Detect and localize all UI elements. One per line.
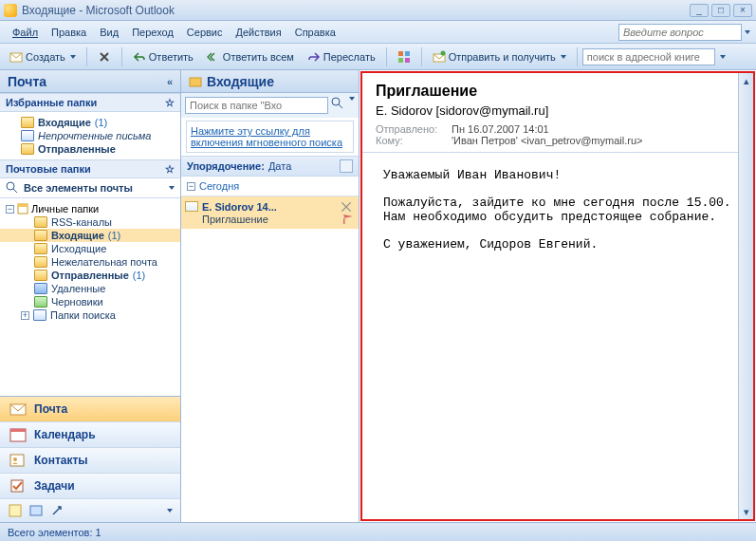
svg-rect-2: [405, 51, 410, 56]
favorites-list: Входящие (1) Непрочтенные письма Отправл…: [0, 112, 180, 159]
svg-rect-19: [30, 506, 42, 515]
shortcuts-icon[interactable]: [49, 503, 65, 518]
reading-pane: Приглашение E. Sidorov [sidorov@mymail.r…: [360, 71, 755, 521]
calendar-icon: [9, 427, 27, 442]
close-button[interactable]: ×: [733, 4, 752, 17]
address-book-search[interactable]: [582, 48, 715, 65]
send-receive-icon: [433, 50, 446, 64]
tree-root-personal[interactable]: − Личные папки: [0, 202, 180, 215]
menu-file[interactable]: Файл: [6, 24, 45, 41]
new-button[interactable]: Создать: [4, 47, 82, 66]
read-from: E. Sidorov [sidorov@mymail.ru]: [376, 103, 740, 118]
read-subject: Приглашение: [376, 83, 740, 100]
fav-sent[interactable]: Отправленные: [0, 142, 180, 156]
menu-actions[interactable]: Действия: [230, 24, 288, 41]
tree-inbox[interactable]: Входящие (1): [0, 229, 180, 242]
body-paragraph: Пожалуйста, зайдите ко мне сегодня после…: [383, 196, 736, 224]
mail-folders-header[interactable]: Почтовые папки ☆: [0, 159, 180, 178]
all-mail-items[interactable]: Все элементы почты: [0, 178, 180, 198]
all-items-icon: [6, 181, 19, 195]
collapse-icon[interactable]: −: [6, 205, 14, 214]
reading-body[interactable]: Уважаемый Иван Иванович! Пожалуйста, зай…: [362, 153, 753, 519]
svg-rect-9: [18, 204, 28, 207]
reply-button[interactable]: Ответить: [127, 47, 199, 66]
arrange-by-row[interactable]: Упорядочение: Дата: [181, 156, 359, 177]
tree-junk[interactable]: Нежелательная почта: [0, 255, 180, 269]
svg-point-16: [13, 457, 17, 461]
flag-icon[interactable]: [343, 215, 353, 224]
nav-mail-button[interactable]: Почта: [0, 397, 180, 422]
search-caret-icon[interactable]: [349, 97, 355, 101]
envelope-icon: [185, 201, 198, 212]
favorites-header[interactable]: Избранные папки ☆: [0, 93, 180, 112]
tree-deleted[interactable]: Удаленные: [0, 282, 180, 295]
folder-list-icon[interactable]: [28, 503, 44, 518]
menu-go[interactable]: Переход: [125, 24, 180, 41]
main-area: Почта « Избранные папки ☆ Входящие (1) Н…: [0, 70, 756, 522]
folder-icon: [34, 270, 47, 281]
forward-label: Переслать: [323, 51, 376, 63]
svg-rect-18: [9, 505, 21, 516]
sort-toggle-button[interactable]: [340, 159, 353, 173]
body-paragraph: Уважаемый Иван Иванович!: [383, 168, 736, 182]
group-today[interactable]: − Сегодня: [181, 177, 359, 196]
delete-button[interactable]: [92, 47, 117, 66]
send-receive-button[interactable]: Отправить и получить: [427, 47, 572, 66]
new-mail-icon: [9, 50, 23, 64]
categorize-button[interactable]: [392, 47, 416, 66]
message-subject: Приглашение: [202, 214, 268, 225]
scroll-up-icon[interactable]: ▴: [739, 73, 753, 88]
reading-header: Приглашение E. Sidorov [sidorov@mymail.r…: [362, 73, 753, 153]
delete-msg-icon[interactable]: [340, 200, 353, 214]
configure-caret-icon[interactable]: [167, 509, 173, 513]
expand-icon[interactable]: +: [21, 311, 29, 320]
collapse-nav-icon[interactable]: «: [167, 76, 173, 87]
instant-search-hint[interactable]: Нажмите эту ссылку для включения мгновен…: [186, 121, 354, 153]
tree-search-folders[interactable]: + Папки поиска: [0, 308, 180, 322]
tree-outbox[interactable]: Исходящие: [0, 242, 180, 255]
menu-edit[interactable]: Правка: [45, 24, 93, 41]
nav-contacts-button[interactable]: Контакты: [0, 448, 180, 474]
fav-unread[interactable]: Непрочтенные письма: [0, 129, 180, 142]
caret-icon: [169, 186, 175, 190]
notes-icon[interactable]: [8, 503, 23, 518]
tree-sent[interactable]: Отправленные (1): [0, 269, 180, 282]
vertical-scrollbar[interactable]: ▴ ▾: [738, 73, 753, 519]
reply-all-label: Ответить всем: [223, 51, 294, 63]
folder-search-input[interactable]: [185, 97, 328, 114]
fav-inbox[interactable]: Входящие (1): [0, 116, 180, 129]
message-list-pane: Входящие Нажмите эту ссылку для включени…: [181, 70, 360, 522]
minimize-button[interactable]: _: [690, 4, 709, 17]
list-header-label: Входящие: [207, 74, 274, 89]
navigation-pane: Почта « Избранные папки ☆ Входящие (1) Н…: [0, 70, 181, 522]
status-bar: Всего элементов: 1: [0, 522, 756, 541]
collapse-group-icon[interactable]: −: [187, 182, 195, 191]
message-item[interactable]: E. Sidorov 14... Приглашение: [181, 196, 359, 229]
menu-view[interactable]: Вид: [93, 24, 125, 41]
search-icon[interactable]: [331, 97, 344, 110]
reply-label: Ответить: [149, 51, 194, 63]
ask-caret-icon[interactable]: [745, 30, 750, 34]
menu-help[interactable]: Справка: [288, 24, 342, 41]
maximize-button[interactable]: □: [711, 4, 730, 17]
svg-point-7: [7, 182, 14, 190]
addr-caret-icon[interactable]: [720, 55, 726, 59]
drafts-icon: [34, 296, 47, 308]
nav-calendar-button[interactable]: Календарь: [0, 422, 180, 448]
read-metadata: Отправлено: Пн 16.07.2007 14:01 Кому: 'И…: [376, 123, 740, 146]
tree-rss[interactable]: RSS-каналы: [0, 215, 180, 229]
folder-icon: [21, 143, 34, 155]
forward-button[interactable]: Переслать: [302, 47, 381, 66]
reply-all-button[interactable]: Ответить всем: [201, 47, 300, 66]
ask-question-box[interactable]: [618, 24, 742, 41]
nav-tasks-button[interactable]: Задачи: [0, 474, 180, 499]
nav-header-label: Почта: [8, 74, 46, 89]
svg-rect-3: [398, 58, 403, 63]
nav-module-buttons: Почта Календарь Контакты Задачи: [0, 396, 180, 522]
scroll-down-icon[interactable]: ▾: [739, 504, 753, 519]
tree-drafts[interactable]: Черновики: [0, 295, 180, 308]
folder-icon: [34, 256, 47, 268]
menu-tools[interactable]: Сервис: [180, 24, 230, 41]
mail-icon: [9, 401, 27, 417]
reply-all-icon: [207, 50, 220, 64]
